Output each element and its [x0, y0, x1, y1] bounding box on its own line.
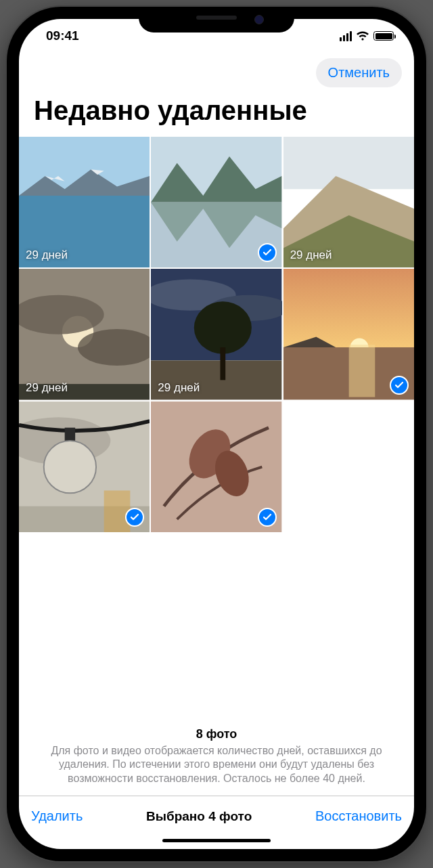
- selected-check-icon: [258, 243, 277, 262]
- nav-bar: Отменить: [19, 53, 414, 95]
- notch: [139, 7, 294, 32]
- speaker-grille: [196, 16, 237, 20]
- photo-thumbnail[interactable]: 29 дней: [151, 269, 281, 399]
- photo-thumbnail[interactable]: [283, 269, 414, 399]
- cellular-signal-icon: [340, 31, 352, 41]
- days-label: 29 дней: [290, 248, 332, 262]
- svg-rect-23: [283, 269, 414, 347]
- photo-thumbnail[interactable]: 29 дней: [19, 137, 150, 267]
- page-title: Недавно удаленные: [19, 95, 414, 137]
- selected-count-label: Выбрано 4 фото: [85, 809, 313, 824]
- photo-thumbnail[interactable]: 29 дней: [19, 269, 150, 399]
- device-frame: 09:41 Отменить Недавно удаленные: [7, 7, 426, 861]
- recover-button[interactable]: Восстановить: [313, 806, 405, 827]
- svg-point-31: [44, 441, 96, 493]
- svg-rect-9: [283, 137, 414, 189]
- front-camera: [254, 15, 264, 24]
- cancel-button[interactable]: Отменить: [316, 58, 402, 87]
- battery-icon: [373, 31, 394, 41]
- status-icons: [340, 30, 394, 41]
- svg-point-21: [194, 302, 252, 354]
- summary-block: 8 фото Для фото и видео отображается кол…: [19, 727, 414, 796]
- svg-rect-22: [221, 347, 226, 380]
- status-time: 09:41: [46, 28, 79, 43]
- photo-thumbnail[interactable]: [151, 402, 281, 532]
- selected-check-icon: [390, 376, 409, 395]
- wifi-icon: [356, 30, 369, 41]
- bottom-toolbar: Удалить Выбрано 4 фото Восстановить: [19, 796, 414, 833]
- photo-thumbnail[interactable]: [151, 137, 281, 267]
- screen: 09:41 Отменить Недавно удаленные: [19, 19, 414, 849]
- delete-button[interactable]: Удалить: [28, 806, 85, 827]
- days-label: 29 дней: [26, 248, 68, 262]
- summary-note: Для фото и видео отображается количество…: [39, 744, 394, 786]
- days-label: 29 дней: [26, 381, 68, 395]
- photo-grid: 29 дней 29 дней: [19, 137, 414, 532]
- photo-thumbnail[interactable]: [19, 402, 150, 532]
- photo-thumbnail[interactable]: 29 дней: [283, 137, 414, 267]
- home-indicator[interactable]: [162, 839, 271, 842]
- days-label: 29 дней: [158, 381, 200, 395]
- svg-rect-27: [348, 345, 375, 397]
- photo-count: 8 фото: [39, 727, 394, 741]
- selected-check-icon: [258, 508, 277, 527]
